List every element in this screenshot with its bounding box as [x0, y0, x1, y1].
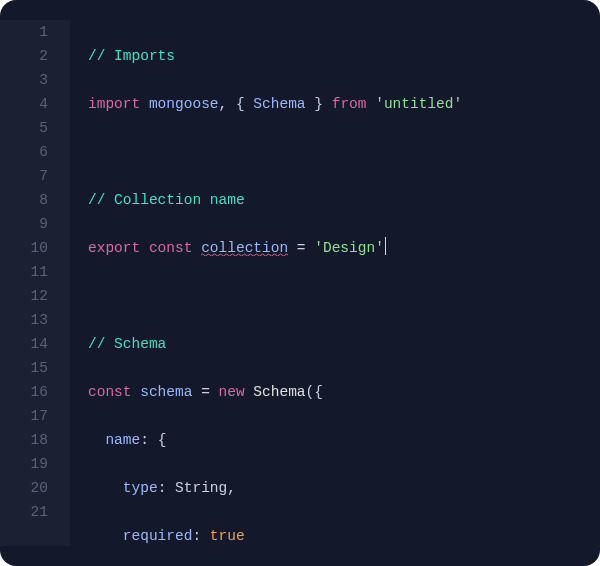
string-design: 'Design' — [314, 240, 384, 256]
code-area[interactable]: // Imports import mongoose, { Schema } f… — [70, 20, 600, 546]
punct-comma: , — [227, 480, 236, 496]
code-line: import mongoose, { Schema } from 'untitl… — [88, 92, 600, 116]
keyword-const: const — [88, 384, 132, 400]
ident-schema: Schema — [253, 96, 305, 112]
line-number: 12 — [0, 284, 48, 308]
punct-brace-open: { — [236, 96, 245, 112]
code-editor: 1 2 3 4 5 6 7 8 9 10 11 12 13 14 15 16 1… — [0, 0, 600, 566]
keyword-new: new — [219, 384, 245, 400]
comment: // Collection name — [88, 192, 245, 208]
comment: // Imports — [88, 48, 175, 64]
keyword-const: const — [149, 240, 193, 256]
line-number: 9 — [0, 212, 48, 236]
punct-brace-open: { — [158, 432, 167, 448]
code-line: export const collection = 'Design' — [88, 236, 600, 260]
code-line — [88, 140, 600, 164]
bool-true: true — [210, 528, 245, 544]
line-number-gutter: 1 2 3 4 5 6 7 8 9 10 11 12 13 14 15 16 1… — [0, 20, 70, 546]
prop-name: name — [105, 432, 140, 448]
code-line: type: String, — [88, 476, 600, 500]
punct-brace-close: } — [314, 96, 323, 112]
punct-comma: , — [219, 96, 228, 112]
code-line: name: { — [88, 428, 600, 452]
line-number: 21 — [0, 500, 48, 524]
line-number: 4 — [0, 92, 48, 116]
string-untitled: 'untitled' — [375, 96, 462, 112]
line-number: 8 — [0, 188, 48, 212]
line-number: 14 — [0, 332, 48, 356]
punct-colon: : — [158, 480, 167, 496]
line-number: 2 — [0, 44, 48, 68]
line-number: 6 — [0, 140, 48, 164]
ident-schema: schema — [140, 384, 192, 400]
line-number: 19 — [0, 452, 48, 476]
line-number: 5 — [0, 116, 48, 140]
line-number: 16 — [0, 380, 48, 404]
punct-equals: = — [201, 384, 210, 400]
punct-paren-brace-open: ({ — [306, 384, 323, 400]
code-line: // Collection name — [88, 188, 600, 212]
line-number: 15 — [0, 356, 48, 380]
code-line: // Schema — [88, 332, 600, 356]
line-number: 13 — [0, 308, 48, 332]
line-number: 17 — [0, 404, 48, 428]
keyword-export: export — [88, 240, 140, 256]
punct-colon: : — [192, 528, 201, 544]
line-number: 3 — [0, 68, 48, 92]
code-line: required: true — [88, 524, 600, 548]
code-line: const schema = new Schema({ — [88, 380, 600, 404]
line-number: 1 — [0, 20, 48, 44]
line-number: 11 — [0, 260, 48, 284]
keyword-from: from — [332, 96, 367, 112]
type-string: String — [175, 480, 227, 496]
ident-mongoose: mongoose — [149, 96, 219, 112]
punct-equals: = — [297, 240, 306, 256]
line-number: 18 — [0, 428, 48, 452]
text-cursor — [385, 237, 386, 255]
comment: // Schema — [88, 336, 166, 352]
code-line: // Imports — [88, 44, 600, 68]
ident-schema-ctor: Schema — [253, 384, 305, 400]
ident-collection-error: collection — [201, 240, 288, 256]
line-number: 20 — [0, 476, 48, 500]
keyword-import: import — [88, 96, 140, 112]
line-number: 10 — [0, 236, 48, 260]
line-number: 7 — [0, 164, 48, 188]
prop-required: required — [123, 528, 193, 544]
prop-type: type — [123, 480, 158, 496]
punct-colon: : — [140, 432, 149, 448]
code-line — [88, 284, 600, 308]
